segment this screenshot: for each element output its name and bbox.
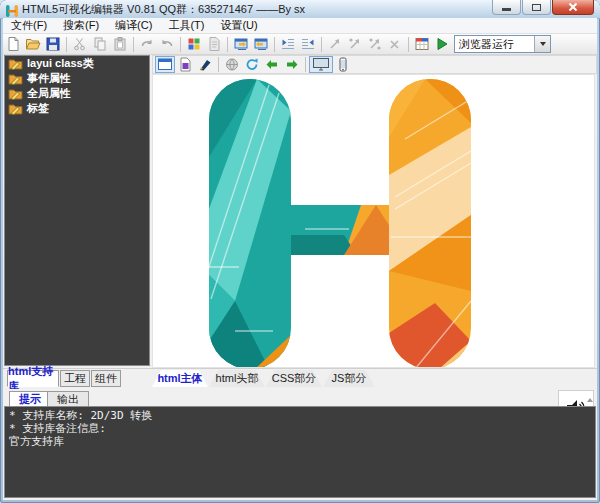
nav-back-button[interactable] (262, 56, 282, 73)
report-button[interactable] (204, 35, 224, 53)
minimize-button[interactable] (492, 0, 521, 15)
cut-icon (72, 36, 88, 52)
arrow-right-icon (284, 57, 300, 72)
scale-arrow-a-icon (327, 36, 343, 52)
phone-icon (335, 57, 351, 72)
redo-button[interactable] (137, 35, 157, 53)
main-toolbar: 浏览器运行 (3, 34, 597, 55)
browser-home-button[interactable] (222, 56, 242, 73)
canvas-toolbar (152, 55, 597, 74)
titlebar[interactable]: HTML5可视化编辑器 V0.81 QQ群：635271467 ——By sx (0, 0, 600, 19)
copy-button[interactable] (90, 35, 110, 53)
toolbar-separator (408, 37, 409, 52)
tree-item-tags[interactable]: 标签 (5, 101, 149, 116)
toolbar-separator (227, 37, 228, 52)
close-button[interactable] (552, 0, 594, 15)
toolbar-separator (66, 37, 67, 52)
run-button[interactable] (432, 35, 452, 53)
client-area: 文件(F) 搜索(F) 编译(C) 工具(T) 设置(U) (3, 18, 597, 500)
chevron-down-icon (540, 42, 546, 49)
menu-compile[interactable]: 编译(C) (107, 18, 160, 33)
close-icon (568, 2, 578, 12)
window-view-icon (157, 57, 173, 72)
undo-button[interactable] (157, 35, 177, 53)
menu-tools[interactable]: 工具(T) (160, 18, 212, 33)
folder-pencil-icon (8, 72, 23, 85)
edit-tool-button[interactable] (195, 56, 215, 73)
toolbar-separator (218, 57, 219, 72)
maximize-button[interactable] (522, 0, 551, 15)
tree-item-global-attrs[interactable]: 全局属性 (5, 86, 149, 101)
indent-left-button[interactable] (278, 35, 298, 53)
paste-icon (112, 36, 128, 52)
tab-strips: html支持库 工程 组件 html主体 html头部 CSS部分 JS部分 (3, 368, 597, 389)
h-logo-graphic (209, 79, 471, 368)
import-form-icon (253, 36, 269, 52)
console-line: * 支持库名称: 2D/3D 转换 (9, 409, 595, 422)
import-form-button[interactable] (251, 35, 271, 53)
design-canvas[interactable] (152, 74, 595, 368)
mobile-mode-button[interactable] (333, 56, 353, 73)
scale-tool-d-button[interactable] (385, 35, 405, 53)
menu-file[interactable]: 文件(F) (3, 18, 55, 33)
tree-item-label: 事件属性 (27, 71, 71, 86)
indent-left-icon (280, 36, 296, 52)
refresh-button[interactable] (242, 56, 262, 73)
folder-pencil-icon (8, 57, 23, 70)
tree-item-label: layui class类 (27, 56, 94, 71)
cut-button[interactable] (70, 35, 90, 53)
run-mode-select[interactable]: 浏览器运行 (454, 35, 551, 53)
tab-html-support-lib[interactable]: html支持库 (7, 370, 59, 387)
indent-right-button[interactable] (298, 35, 318, 53)
combo-arrow-button[interactable] (534, 36, 550, 52)
support-library-tree[interactable]: layui class类 事件属性 全局属性 标签 (4, 55, 150, 366)
scale-tool-a-button[interactable] (325, 35, 345, 53)
menu-settings[interactable]: 设置(U) (212, 18, 265, 33)
window-controls (491, 0, 594, 15)
paste-button[interactable] (110, 35, 130, 53)
export-form-button[interactable] (231, 35, 251, 53)
color-grid-icon (186, 36, 202, 52)
content-row: layui class类 事件属性 全局属性 标签 (3, 55, 597, 368)
design-view-button[interactable] (155, 56, 175, 73)
console-line: 官方支持库 (9, 435, 595, 448)
console-log: * 支持库名称: 2D/3D 转换 * 支持库备注信息: 官方支持库 (4, 406, 596, 498)
tab-project[interactable]: 工程 (60, 370, 90, 387)
undo-icon (159, 36, 175, 52)
tab-js-part[interactable]: JS部分 (323, 370, 375, 387)
desktop-mode-button[interactable] (309, 56, 333, 73)
palette-button[interactable] (184, 35, 204, 53)
console-line: * 支持库备注信息: (9, 422, 595, 435)
html-file-button[interactable] (175, 56, 195, 73)
tab-html-body[interactable]: html主体 (152, 370, 208, 387)
minimize-icon (502, 8, 511, 11)
scale-arrow-d-icon (387, 36, 403, 52)
copy-icon (92, 36, 108, 52)
save-button[interactable] (43, 35, 63, 53)
scale-tool-c-button[interactable] (365, 35, 385, 53)
calendar-icon (414, 36, 430, 52)
tab-css-part[interactable]: CSS部分 (266, 370, 322, 387)
output-panel: 提示 输出 * 支持库名称: 2D/3D 转换 * 支持库备注信息: 官方支持库 (3, 389, 597, 500)
scale-tool-b-button[interactable] (345, 35, 365, 53)
menubar: 文件(F) 搜索(F) 编译(C) 工具(T) 设置(U) (3, 18, 597, 34)
open-file-button[interactable] (23, 35, 43, 53)
tree-item-layui-class[interactable]: layui class类 (5, 56, 149, 71)
menu-search[interactable]: 搜索(F) (55, 18, 107, 33)
maximize-icon (532, 4, 541, 11)
tab-html-head[interactable]: html头部 (209, 370, 265, 387)
tab-components[interactable]: 组件 (91, 370, 121, 387)
tab-hints[interactable]: 提示 (9, 391, 51, 406)
new-file-button[interactable] (3, 35, 23, 53)
nav-forward-button[interactable] (282, 56, 302, 73)
app-logo-icon (6, 3, 18, 15)
tab-output[interactable]: 输出 (47, 391, 89, 406)
globe-gray-icon (224, 57, 240, 72)
collapse-arrow-icon (587, 395, 593, 402)
folder-pencil-icon (8, 102, 23, 115)
tree-item-event-attrs[interactable]: 事件属性 (5, 71, 149, 86)
window-preview-button[interactable] (412, 35, 432, 53)
scale-arrow-c-icon (367, 36, 383, 52)
play-icon (434, 36, 450, 52)
toolbar-separator (321, 37, 322, 52)
